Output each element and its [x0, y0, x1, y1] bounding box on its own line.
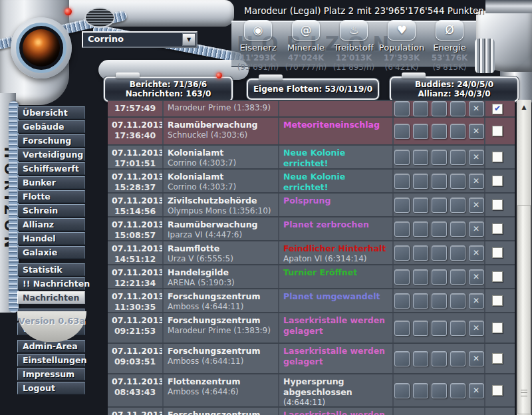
message-action-button[interactable] [450, 245, 466, 261]
message-action-button[interactable] [413, 198, 428, 213]
message-checkbox[interactable] [492, 126, 503, 136]
message-action-button[interactable] [432, 293, 447, 309]
scrollbar-thumb[interactable] [517, 205, 531, 414]
sidebar-item-handel[interactable]: Handel [17, 232, 85, 245]
message-action-button[interactable] [432, 351, 447, 366]
message-action-button[interactable] [394, 174, 410, 189]
delete-message-button[interactable]: ✕ [469, 198, 484, 213]
message-action-button[interactable] [413, 293, 428, 309]
sidebar-item-logout[interactable]: Logout [17, 382, 85, 394]
message-action-button[interactable] [432, 150, 447, 165]
message-action-button[interactable] [450, 124, 466, 139]
game-page: HORIZON HORIZON Marodeur (Legal) Platz 2… [0, 0, 532, 415]
sidebar-item-verteidigung[interactable]: Verteidigung [17, 148, 85, 161]
reports-button[interactable]: Berichte: 71/36/6Nachrichten: 163/0 [104, 76, 233, 102]
fleets-button[interactable]: Eigene Flotten: 53/0/119/0 [247, 78, 379, 100]
delete-message-button[interactable]: ✕ [469, 150, 484, 165]
delete-message-button[interactable]: ✕ [469, 245, 484, 261]
message-checkbox[interactable] [492, 295, 503, 306]
message-action-button[interactable] [432, 198, 447, 213]
message-action-button[interactable] [450, 221, 466, 237]
sidebar-item-übersicht[interactable]: Übersicht [17, 106, 85, 119]
message-action-button[interactable] [413, 150, 428, 165]
message-action-button[interactable] [394, 269, 410, 285]
message-checkbox[interactable] [492, 271, 503, 282]
message-action-button[interactable] [450, 351, 466, 366]
message-action-button[interactable] [432, 269, 447, 285]
sidebar-item-gebäude[interactable]: Gebäude [17, 120, 85, 133]
message-action-button[interactable] [413, 221, 428, 237]
message-action-button[interactable] [450, 198, 466, 213]
buddies-button[interactable]: Buddies: 24/0/5/0Allianz: 34/0/3/0 [390, 76, 519, 102]
message-checkbox[interactable] [492, 152, 503, 162]
message-checkbox[interactable] [492, 323, 503, 333]
sidebar-item-impressum[interactable]: Impressum [17, 368, 85, 380]
message-checkbox[interactable] [492, 385, 503, 396]
delete-message-button[interactable]: ✕ [469, 383, 484, 398]
message-checkbox[interactable]: ✔ [492, 104, 503, 114]
message-action-button[interactable] [413, 174, 428, 189]
sidebar-item-allianz[interactable]: Allianz [17, 218, 85, 231]
message-action-button[interactable] [413, 351, 428, 366]
message-action-button[interactable] [432, 174, 447, 189]
message-action-button[interactable] [432, 221, 447, 237]
message-action-button[interactable] [394, 198, 410, 213]
delete-message-button[interactable]: ✕ [469, 293, 484, 309]
delete-message-button[interactable]: ✕ [469, 351, 484, 366]
sidebar-item-galaxie[interactable]: Galaxie [17, 246, 85, 259]
message-action-button[interactable] [450, 150, 466, 165]
message-action-button[interactable] [394, 351, 410, 366]
message-action-button[interactable] [450, 269, 466, 285]
message-action-button[interactable] [432, 245, 447, 261]
message-action-button[interactable] [450, 293, 466, 309]
message-action-button[interactable] [394, 245, 410, 261]
sidebar-item-bunker[interactable]: Bunker [17, 176, 85, 189]
delete-message-button[interactable]: ✕ [469, 221, 484, 237]
message-action-button[interactable] [394, 124, 410, 139]
message-time: 15:14:56 [112, 206, 158, 216]
message-action-button[interactable] [413, 383, 428, 398]
message-action-button[interactable] [394, 321, 410, 336]
delete-message-button[interactable]: ✕ [469, 174, 484, 189]
sidebar-item-statistik[interactable]: Statistik [17, 263, 85, 276]
sidebar-item-einstellungen[interactable]: Einstellungen [17, 354, 85, 366]
message-checkbox[interactable] [492, 200, 503, 210]
message-action-button[interactable] [413, 124, 428, 139]
sidebar-item-forschung[interactable]: Forschung [17, 134, 85, 147]
message-action-button[interactable] [432, 383, 447, 398]
delete-message-button[interactable]: ✕ [469, 124, 484, 139]
sidebar-item-schiffswerft[interactable]: Schiffswerft [17, 162, 85, 175]
message-checkbox-cell [485, 241, 509, 264]
message-action-button[interactable] [450, 174, 466, 189]
planet-select[interactable]: Corrino ▼ [82, 31, 198, 48]
message-action-button[interactable] [413, 101, 428, 116]
delete-message-button[interactable]: ✕ [469, 269, 484, 285]
message-action-button[interactable] [432, 321, 447, 336]
delete-message-button[interactable]: ✕ [469, 101, 484, 116]
message-action-button[interactable] [450, 101, 466, 116]
scrollbar[interactable]: ▲ [517, 100, 531, 415]
message-action-button[interactable] [450, 321, 466, 336]
message-action-button[interactable] [394, 293, 410, 309]
message-action-button[interactable] [450, 383, 466, 398]
message-action-button[interactable] [413, 269, 428, 285]
message-action-button[interactable] [413, 321, 428, 336]
delete-message-button[interactable]: ✕ [469, 321, 484, 336]
message-checkbox[interactable] [492, 176, 503, 186]
message-checkbox[interactable] [492, 223, 503, 234]
message-action-button[interactable] [413, 245, 428, 261]
sidebar-item-flotte[interactable]: Flotte [17, 190, 85, 203]
message-checkbox[interactable] [492, 247, 503, 258]
message-action-button[interactable] [432, 124, 447, 139]
scrollbar-up-arrow[interactable]: ▲ [517, 101, 531, 113]
message-checkbox[interactable] [492, 353, 503, 364]
sidebar-item-schrein[interactable]: Schrein [17, 204, 85, 217]
sidebar-item--nachrichten[interactable]: !! Nachrichten [17, 277, 85, 290]
message-action-button[interactable] [394, 383, 410, 398]
message-action-button[interactable] [432, 101, 447, 116]
chevron-down-icon[interactable]: ▼ [182, 33, 196, 46]
message-action-button[interactable] [394, 150, 410, 165]
message-action-button[interactable] [394, 101, 410, 116]
message-action-button[interactable] [394, 221, 410, 237]
sidebar-item-nachrichten[interactable]: Nachrichten [17, 291, 85, 304]
